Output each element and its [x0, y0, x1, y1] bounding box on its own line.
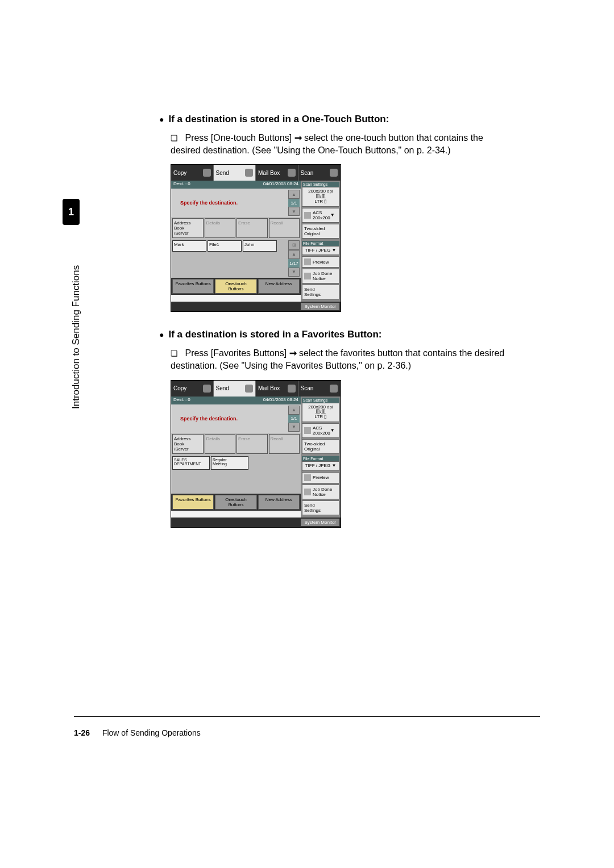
- instruction-onetouch: Press [One-touch Buttons] ➞ select the o…: [171, 132, 512, 156]
- tab-mailbox[interactable]: Mail Box: [256, 165, 298, 181]
- scroll-up-icon[interactable]: ▲: [288, 190, 300, 199]
- dest-info-bar: Dest. : 0 04/01/2008 08:24: [171, 181, 301, 189]
- resolution-box[interactable]: 200x200 dpi 皿/皿 LTR ▯: [302, 403, 339, 422]
- instr2-a: Press [Favorites Buttons]: [185, 348, 287, 358]
- jobdone-box[interactable]: Job Done Notice: [302, 485, 339, 499]
- scan-settings-label: Scan Settings: [302, 398, 339, 403]
- onetouch-page-indicator: 1/17: [288, 259, 300, 268]
- jump-icon[interactable]: ⊞: [288, 240, 300, 250]
- footer-title: Flow of Sending Operations: [102, 728, 201, 737]
- address-book-button[interactable]: Address Book /Server: [172, 434, 204, 454]
- preview-box[interactable]: Preview: [302, 256, 339, 268]
- sendsettings-box[interactable]: Send Settings: [302, 500, 339, 515]
- sidebar-section-title: Introduction to Sending Functions: [70, 265, 82, 409]
- page-footer: 1-26 Flow of Sending Operations: [74, 716, 540, 737]
- scan-settings-col: Scan Settings 200x200 dpi 皿/皿 LTR ▯ ACS …: [301, 181, 341, 302]
- dest-message: Specify the destination.: [180, 200, 238, 206]
- onetouch-row: Mark File1 John ⊞ ▲ 1/17 ▼: [171, 239, 301, 278]
- heading-onetouch: If a destination is stored in a One-Touc…: [159, 114, 512, 125]
- page-number: 1-26: [74, 728, 90, 737]
- preview-box[interactable]: Preview: [302, 472, 339, 483]
- footer-rule: [74, 716, 540, 717]
- dest-scroll: ▲ 1/1 ▼: [288, 406, 300, 432]
- screen-panel-favorites: Copy Send Mail Box Scan Dest. : 0 04/01/…: [171, 380, 341, 528]
- scroll-down-icon[interactable]: ▼: [288, 268, 300, 277]
- new-address-tab[interactable]: New Address: [258, 495, 300, 510]
- scan-settings-col: Scan Settings 200x200 dpi 皿/皿 LTR ▯ ACS …: [301, 397, 341, 518]
- acs-box[interactable]: ACS 200x200 ▼: [302, 208, 339, 223]
- tab-send[interactable]: Send: [214, 165, 256, 181]
- onetouch-scroll: ⊞ ▲ 1/17 ▼: [288, 240, 300, 277]
- fav-regular[interactable]: Regular Meeting: [211, 456, 248, 470]
- tab-mailbox[interactable]: Mail Box: [256, 381, 298, 397]
- details-button[interactable]: Details: [205, 434, 236, 454]
- page: If a destination is stored in a One-Touc…: [57, 0, 557, 795]
- file-format-box[interactable]: TIFF / JPEG ▼: [302, 246, 339, 256]
- send-icon: [245, 385, 253, 393]
- action-row: Address Book /Server Details Erase Recal…: [171, 433, 301, 455]
- dest-page-indicator: 1/1: [288, 415, 300, 423]
- system-bar: System Monitor: [171, 302, 341, 311]
- onetouch-buttons-tab[interactable]: One-touch Buttons: [215, 495, 256, 510]
- erase-button[interactable]: Erase: [237, 218, 268, 238]
- system-monitor-button[interactable]: System Monitor: [301, 303, 339, 310]
- tab-copy[interactable]: Copy: [171, 381, 214, 397]
- mailbox-icon: [288, 169, 296, 177]
- mailbox-icon: [288, 385, 296, 393]
- dest-scroll: ▲ 1/1 ▼: [288, 190, 300, 216]
- favorites-buttons-tab[interactable]: Favorites Buttons: [172, 495, 214, 510]
- onetouch-john[interactable]: John: [243, 240, 277, 252]
- recall-button[interactable]: Recall: [269, 434, 300, 454]
- address-book-button[interactable]: Address Book /Server: [172, 218, 204, 238]
- scan-settings-label: Scan Settings: [302, 182, 339, 187]
- scroll-up-icon[interactable]: ▲: [288, 250, 300, 260]
- bottom-tabs: Favorites Buttons One-touch Buttons New …: [171, 278, 301, 295]
- heading-favorites: If a destination is stored in a Favorite…: [159, 329, 512, 340]
- scroll-down-icon[interactable]: ▼: [288, 423, 300, 432]
- arrow-icon: ➞: [289, 348, 299, 358]
- bottom-tabs: Favorites Buttons One-touch Buttons New …: [171, 494, 301, 511]
- dest-message: Specify the destination.: [180, 416, 238, 422]
- fav-sales[interactable]: SALES DEPARTMENT: [172, 456, 210, 470]
- tab-copy[interactable]: Copy: [171, 165, 214, 181]
- destination-area: Specify the destination. ▲ 1/1 ▼: [171, 189, 301, 217]
- chapter-number: 1: [63, 199, 80, 225]
- chapter-rail: 1: [63, 199, 80, 225]
- tab-send[interactable]: Send: [214, 381, 256, 397]
- new-address-tab[interactable]: New Address: [258, 279, 300, 294]
- instruction-favorites: Press [Favorites Buttons] ➞ select the f…: [171, 347, 512, 372]
- tab-scan[interactable]: Scan: [298, 381, 341, 397]
- onetouch-file1[interactable]: File1: [208, 240, 242, 252]
- arrow-icon: ➞: [294, 133, 304, 143]
- resolution-box[interactable]: 200x200 dpi 皿/皿 LTR ▯: [302, 187, 339, 206]
- file-format-label: File Format: [302, 456, 339, 461]
- acs-box[interactable]: ACS 200x200 ▼: [302, 423, 339, 438]
- dest-info-bar: Dest. : 0 04/01/2008 08:24: [171, 397, 301, 404]
- file-format-label: File Format: [302, 241, 339, 246]
- twosided-box[interactable]: Two-sided Original: [302, 439, 339, 454]
- screen-panel-onetouch: Copy Send Mail Box Scan Dest. : 0 04/01/…: [171, 164, 341, 312]
- scan-icon: [330, 385, 338, 393]
- destination-area: Specify the destination. ▲ 1/1 ▼: [171, 404, 301, 433]
- sendsettings-box[interactable]: Send Settings: [302, 285, 339, 299]
- details-button[interactable]: Details: [205, 218, 236, 238]
- onetouch-mark[interactable]: Mark: [172, 240, 206, 252]
- tab-scan[interactable]: Scan: [298, 165, 341, 181]
- recall-button[interactable]: Recall: [269, 218, 300, 238]
- copy-icon: [203, 169, 211, 177]
- preview-icon: [304, 258, 311, 265]
- erase-button[interactable]: Erase: [237, 434, 268, 454]
- top-tabs: Copy Send Mail Box Scan: [171, 165, 341, 181]
- favorites-buttons-tab[interactable]: Favorites Buttons: [172, 279, 214, 294]
- jobdone-icon: [304, 489, 311, 495]
- twosided-box[interactable]: Two-sided Original: [302, 224, 339, 239]
- scroll-up-icon[interactable]: ▲: [288, 406, 300, 415]
- system-monitor-button[interactable]: System Monitor: [301, 519, 339, 526]
- system-bar: System Monitor: [171, 518, 341, 527]
- jobdone-box[interactable]: Job Done Notice: [302, 269, 339, 283]
- send-icon: [245, 169, 253, 177]
- onetouch-buttons-tab[interactable]: One-touch Buttons: [215, 279, 256, 294]
- file-format-box[interactable]: TIFF / JPEG ▼: [302, 461, 339, 471]
- scroll-down-icon[interactable]: ▼: [288, 207, 300, 216]
- content-area: If a destination is stored in a One-Touc…: [57, 0, 557, 528]
